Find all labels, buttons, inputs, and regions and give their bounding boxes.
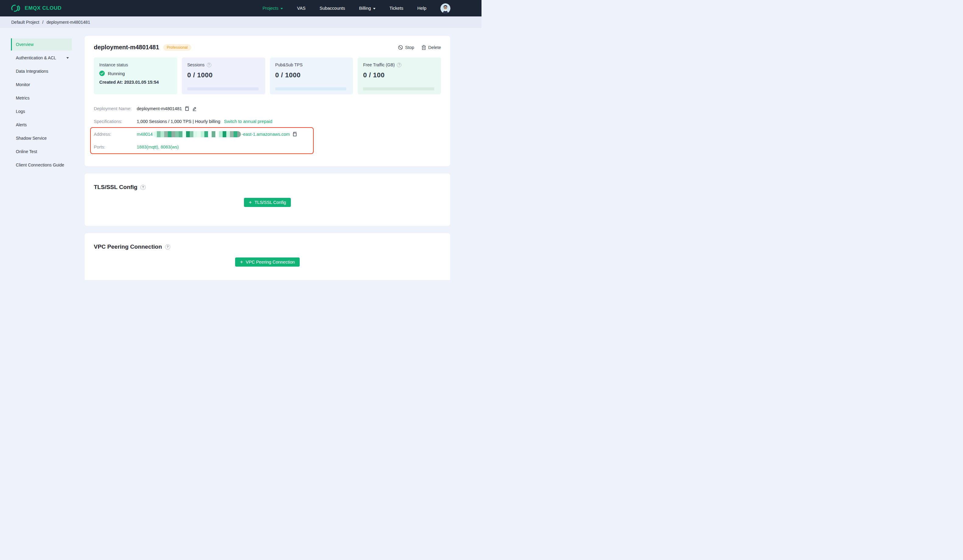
address-row: Address: m48014 -east-1.amazonaws.com [94, 128, 441, 141]
address-label: Address: [94, 132, 137, 137]
specifications-value: 1,000 Sessions / 1,000 TPS | Hourly bill… [137, 119, 220, 124]
sidebar-item-shadow-service[interactable]: Shadow Service [11, 132, 72, 144]
vpc-peering-title: VPC Peering Connection [94, 243, 162, 250]
top-navbar: EMQX CLOUD Projects VAS Subaccounts Bill… [0, 0, 481, 16]
stop-button[interactable]: Stop [398, 45, 414, 50]
plan-badge: Professional [163, 44, 191, 51]
sidebar-item-data-integrations[interactable]: Data Integrations [11, 65, 72, 77]
ports-row: Ports: 1883(mqtt), 8083(ws) [94, 141, 441, 154]
delete-button[interactable]: Delete [422, 45, 441, 50]
sidebar-item-client-connections-guide[interactable]: Client Connections Guide [11, 159, 72, 171]
sidebar-item-authentication-acl[interactable]: Authentication & ACL [11, 52, 72, 64]
specifications-label: Specifications: [94, 119, 137, 124]
address-prefix: m48014 [137, 132, 152, 137]
chevron-down-icon [66, 57, 69, 59]
deployment-title: deployment-m4801481 [94, 44, 159, 51]
sidebar-item-overview[interactable]: Overview [11, 38, 72, 50]
copy-icon[interactable] [292, 132, 297, 137]
free-traffic-value: 0 / 100 [363, 71, 436, 79]
help-icon[interactable]: ? [397, 63, 401, 67]
tls-ssl-section: TLS/SSL Config ? + TLS/SSL Config [85, 173, 450, 226]
tls-ssl-title: TLS/SSL Config [94, 184, 137, 191]
edit-icon[interactable] [192, 106, 197, 112]
nav-item-projects[interactable]: Projects [263, 6, 283, 11]
emqx-logo-icon [11, 4, 21, 12]
vpc-peering-section: VPC Peering Connection ? + VPC Peering C… [85, 233, 450, 280]
copy-icon[interactable] [185, 106, 189, 111]
specifications-row: Specifications: 1,000 Sessions / 1,000 T… [94, 115, 441, 128]
deployment-overview-card: deployment-m4801481 Professional Stop [85, 36, 450, 166]
breadcrumb: Default Project / deployment-m4801481 [0, 16, 481, 28]
chevron-down-icon [373, 8, 376, 10]
deployment-name-value: deployment-m4801481 [137, 106, 182, 111]
sessions-card: Sessions ? 0 / 1000 [182, 58, 265, 94]
nav-item-vas[interactable]: VAS [297, 6, 305, 11]
help-icon[interactable]: ? [165, 244, 170, 249]
breadcrumb-project[interactable]: Default Project [11, 20, 39, 25]
breadcrumb-separator: / [42, 20, 44, 25]
instance-status-card: Instance status Running Created At: 2023… [94, 58, 177, 94]
nav-item-help[interactable]: Help [417, 6, 426, 11]
sidebar-item-monitor[interactable]: Monitor [11, 79, 72, 91]
sidebar-item-alerts[interactable]: Alerts [11, 119, 72, 131]
sidebar-item-online-test[interactable]: Online Test [11, 146, 72, 158]
sessions-progress-bar [187, 87, 259, 91]
switch-annual-prepaid-link[interactable]: Switch to annual prepaid [224, 119, 272, 124]
nav-menu: Projects VAS Subaccounts Billing Tickets… [263, 3, 451, 13]
help-icon[interactable]: ? [140, 185, 146, 190]
created-at-text: Created At: 2023.01.05 15:54 [99, 80, 172, 84]
pubsub-tps-card: Pub&Sub TPS 0 / 1000 [270, 58, 353, 94]
address-suffix: -east-1.amazonaws.com [242, 132, 290, 137]
address-redaction [153, 131, 241, 137]
sidebar-item-metrics[interactable]: Metrics [11, 92, 72, 104]
sidebar: Overview Authentication & ACL Data Integ… [0, 28, 73, 280]
add-vpc-peering-button[interactable]: + VPC Peering Connection [235, 257, 300, 267]
stop-icon [398, 45, 403, 50]
nav-item-billing[interactable]: Billing [359, 6, 376, 11]
user-avatar[interactable] [440, 3, 451, 13]
free-traffic-label: Free Traffic (GB) [363, 62, 395, 67]
sidebar-item-logs[interactable]: Logs [11, 105, 72, 118]
nav-item-tickets[interactable]: Tickets [389, 6, 403, 11]
deployment-name-row: Deployment Name: deployment-m4801481 [94, 102, 441, 115]
free-traffic-card: Free Traffic (GB) ? 0 / 100 [358, 58, 441, 94]
trash-icon [422, 45, 426, 50]
ports-value: 1883(mqtt), 8083(ws) [137, 144, 179, 149]
chevron-down-icon [280, 8, 283, 10]
pubsub-tps-label: Pub&Sub TPS [275, 62, 303, 67]
check-circle-icon [99, 71, 105, 76]
pubsub-tps-value: 0 / 1000 [275, 71, 348, 79]
plus-icon: + [240, 259, 243, 264]
ports-label: Ports: [94, 144, 137, 149]
help-icon[interactable]: ? [207, 63, 211, 67]
brand-name: EMQX CLOUD [25, 5, 62, 11]
nav-item-subaccounts[interactable]: Subaccounts [319, 6, 345, 11]
plus-icon: + [249, 200, 252, 205]
sessions-value: 0 / 1000 [187, 71, 260, 79]
instance-status-label: Instance status [99, 62, 128, 67]
instance-status-value: Running [108, 71, 125, 76]
brand-logo[interactable]: EMQX CLOUD [11, 4, 62, 12]
sessions-label: Sessions [187, 62, 205, 67]
add-tls-ssl-config-button[interactable]: + TLS/SSL Config [244, 198, 291, 207]
breadcrumb-page: deployment-m4801481 [47, 20, 90, 25]
free-traffic-progress-bar [363, 87, 434, 91]
pubsub-tps-progress-bar [275, 87, 347, 91]
deployment-name-label: Deployment Name: [94, 106, 137, 111]
